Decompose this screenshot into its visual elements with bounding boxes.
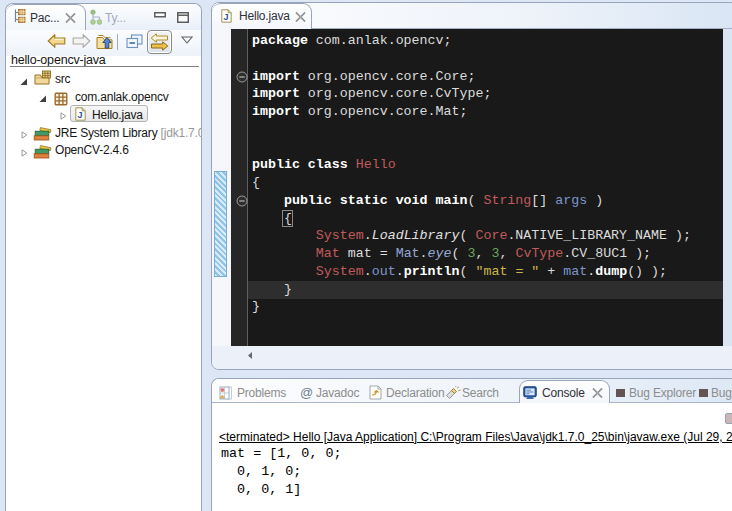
svg-text:J: J xyxy=(78,110,83,120)
svg-text:J: J xyxy=(224,12,229,22)
